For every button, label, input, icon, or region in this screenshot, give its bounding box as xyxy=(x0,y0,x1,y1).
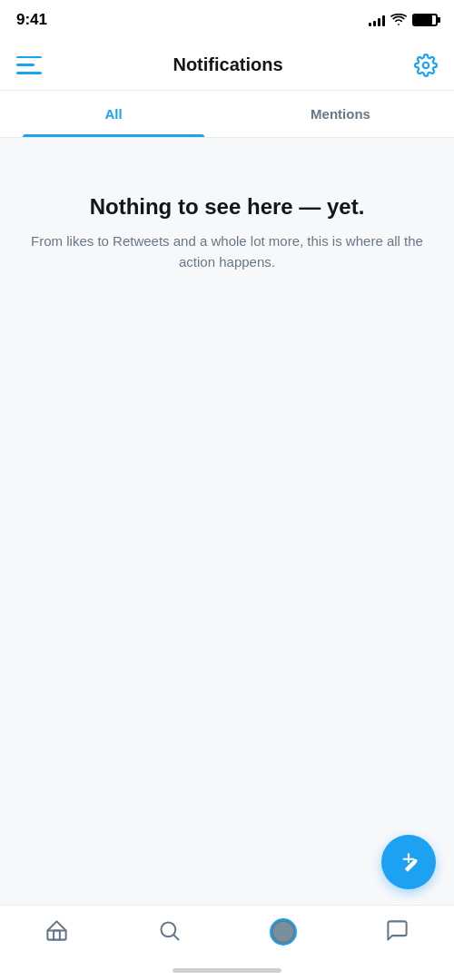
home-icon xyxy=(44,918,69,943)
header: Notifications xyxy=(0,40,454,91)
search-icon xyxy=(157,918,182,943)
signal-bars-icon xyxy=(369,14,385,26)
nav-search[interactable] xyxy=(143,915,196,946)
tab-mentions[interactable]: Mentions xyxy=(227,91,454,137)
wifi-icon xyxy=(390,14,407,26)
empty-state-title: Nothing to see here — yet. xyxy=(90,192,365,220)
avatar xyxy=(270,918,297,946)
tab-all[interactable]: All xyxy=(0,91,227,137)
compose-icon xyxy=(397,850,420,874)
svg-point-4 xyxy=(161,923,175,937)
nav-messages[interactable] xyxy=(370,915,424,946)
status-icons xyxy=(369,14,438,26)
empty-state-subtitle: From likes to Retweets and a whole lot m… xyxy=(27,231,427,272)
battery-icon xyxy=(412,14,438,26)
status-bar: 9:41 xyxy=(0,0,454,40)
tabs-bar: All Mentions xyxy=(0,91,454,138)
home-indicator xyxy=(173,968,281,973)
svg-rect-3 xyxy=(47,931,65,940)
nav-home[interactable] xyxy=(30,915,84,946)
status-time: 9:41 xyxy=(16,11,47,29)
settings-icon[interactable] xyxy=(414,54,438,77)
nav-notifications[interactable] xyxy=(255,915,311,949)
svg-rect-2 xyxy=(403,858,415,860)
avatar-image xyxy=(273,922,293,942)
empty-state: Nothing to see here — yet. From likes to… xyxy=(0,138,454,905)
compose-button[interactable] xyxy=(381,835,436,889)
menu-icon[interactable] xyxy=(16,56,42,74)
page-title: Notifications xyxy=(173,54,282,75)
messages-icon xyxy=(385,918,410,943)
svg-point-0 xyxy=(423,62,429,68)
svg-rect-1 xyxy=(408,853,410,863)
